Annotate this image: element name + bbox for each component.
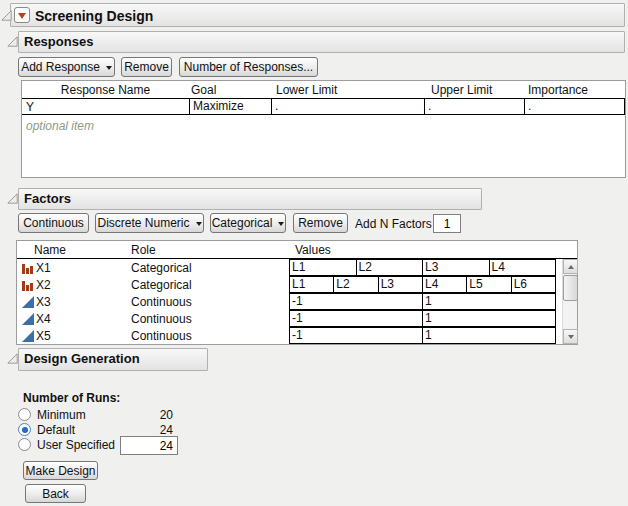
column-header-lower-limit: Lower Limit: [276, 83, 337, 97]
scroll-down-icon[interactable]: [563, 329, 578, 344]
scrollbar-thumb[interactable]: [563, 275, 578, 301]
number-of-runs-label: Number of Runs:: [23, 391, 120, 405]
continuous-ramp-icon: [22, 313, 34, 325]
add-n-factors-input[interactable]: [433, 214, 461, 233]
factor-value-cell[interactable]: L1: [289, 276, 334, 293]
column-header-values: Values: [295, 243, 331, 257]
scroll-up-icon[interactable]: [563, 259, 578, 274]
factor-value-cell[interactable]: 1: [422, 327, 556, 344]
user-specified-runs-input[interactable]: [120, 436, 178, 455]
number-of-responses-button[interactable]: Number of Responses...: [179, 57, 318, 77]
column-header-name: Name: [34, 243, 66, 257]
disclosure-icon[interactable]: [7, 193, 18, 204]
add-n-factors-label: Add N Factors: [355, 217, 432, 231]
factor-value-cell[interactable]: L1: [289, 259, 357, 276]
categorical-bars-icon: [22, 279, 34, 291]
dropdown-caret-icon: [196, 222, 202, 229]
radio-minimum[interactable]: [18, 408, 31, 421]
continuous-ramp-icon: [22, 296, 34, 308]
minimum-runs-value: 20: [130, 408, 173, 422]
goal-cell[interactable]: Maximize: [189, 98, 272, 115]
factor-value-cell[interactable]: L3: [422, 259, 490, 276]
factor-value-cell[interactable]: -1: [289, 327, 423, 344]
factor-name: X4: [36, 312, 51, 326]
radio-default-label: Default: [37, 423, 75, 437]
column-header-upper-limit: Upper Limit: [431, 83, 492, 97]
factors-title: Factors: [24, 191, 71, 206]
factor-name: X1: [36, 261, 51, 275]
factors-header: [18, 188, 482, 210]
back-button[interactable]: Back: [25, 484, 86, 503]
factor-role: Continuous: [131, 312, 192, 326]
continuous-ramp-icon: [22, 330, 34, 342]
factor-value-cell[interactable]: L2: [356, 259, 424, 276]
factor-value-cell[interactable]: 1: [422, 293, 556, 310]
factor-value-cell[interactable]: L2: [333, 276, 378, 293]
make-design-button[interactable]: Make Design: [23, 461, 98, 480]
factor-value-cell[interactable]: L5: [466, 276, 511, 293]
screening-design-window: Screening Design Responses Add Response …: [0, 0, 628, 506]
factor-name: X5: [36, 329, 51, 343]
factors-scrollbar[interactable]: [562, 259, 577, 344]
add-response-button[interactable]: Add Response: [18, 57, 115, 77]
disclosure-icon[interactable]: [1, 10, 12, 21]
radio-minimum-label: Minimum: [37, 408, 86, 422]
importance-cell[interactable]: .: [524, 98, 625, 115]
factors-table: Name Role Values X1 Categorical L1 L2 L3…: [16, 240, 578, 345]
disclosure-icon[interactable]: [7, 353, 18, 364]
red-triangle-menu-button[interactable]: [14, 7, 30, 23]
responses-table: Response Name Goal Lower Limit Upper Lim…: [21, 80, 626, 178]
dropdown-caret-icon: [278, 222, 284, 229]
upper-limit-cell[interactable]: .: [424, 98, 525, 115]
column-header-role: Role: [131, 243, 156, 257]
factor-role: Continuous: [131, 329, 192, 343]
factor-value-cell[interactable]: 1: [422, 310, 556, 327]
factor-value-cell[interactable]: L6: [511, 276, 556, 293]
page-title: Screening Design: [35, 8, 153, 24]
column-header-goal: Goal: [191, 83, 216, 97]
factor-role: Categorical: [131, 278, 192, 292]
factor-role: Categorical: [131, 261, 192, 275]
factor-value-cell[interactable]: -1: [289, 293, 423, 310]
response-name-cell[interactable]: Y: [26, 100, 34, 114]
default-runs-value: 24: [130, 423, 173, 437]
factor-value-cell[interactable]: L4: [489, 259, 557, 276]
factor-role: Continuous: [131, 295, 192, 309]
remove-response-button[interactable]: Remove: [121, 57, 172, 77]
radio-user-specified-label: User Specified: [37, 438, 115, 452]
lower-limit-cell[interactable]: .: [271, 98, 425, 115]
column-header-response-name: Response Name: [22, 83, 189, 97]
factor-value-cell[interactable]: -1: [289, 310, 423, 327]
radio-user-specified[interactable]: [18, 438, 31, 451]
continuous-button[interactable]: Continuous: [18, 213, 89, 233]
column-header-importance: Importance: [528, 83, 588, 97]
design-generation-title: Design Generation: [24, 351, 140, 366]
factor-value-cell[interactable]: L4: [422, 276, 467, 293]
factor-value-cell[interactable]: L3: [378, 276, 423, 293]
factor-name: X2: [36, 278, 51, 292]
factor-name: X3: [36, 295, 51, 309]
discrete-numeric-button[interactable]: Discrete Numeric: [95, 213, 204, 233]
categorical-bars-icon: [22, 262, 34, 274]
disclosure-icon[interactable]: [7, 36, 18, 47]
radio-default[interactable]: [18, 423, 31, 436]
remove-factor-button[interactable]: Remove: [293, 213, 348, 233]
dropdown-caret-icon: [106, 66, 112, 73]
responses-header: [18, 31, 625, 53]
optional-item-placeholder: optional item: [26, 119, 94, 133]
menu-triangle-icon: [18, 13, 26, 23]
responses-title: Responses: [24, 34, 93, 49]
categorical-button[interactable]: Categorical: [210, 213, 286, 233]
